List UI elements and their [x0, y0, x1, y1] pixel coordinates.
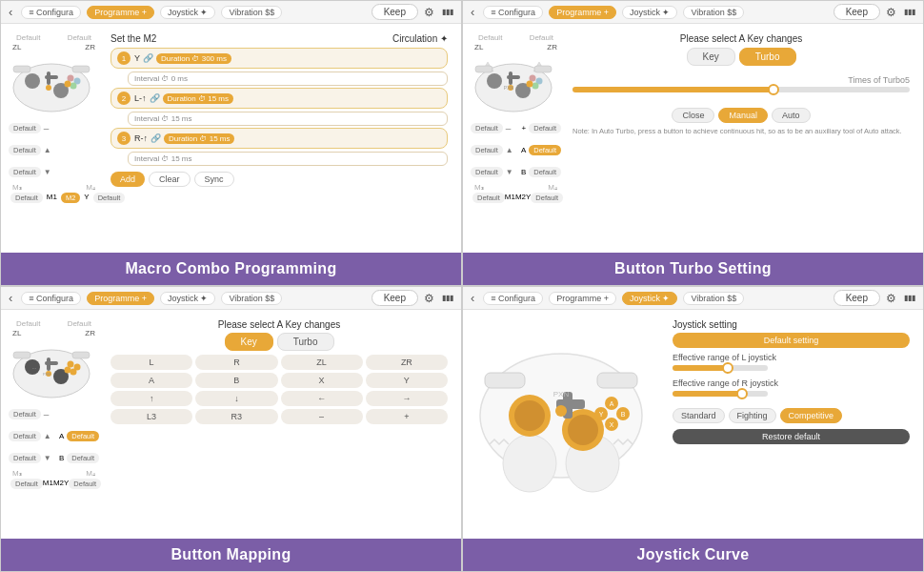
macro-item-3: 3 R-↑ 🔗 Duration ⏱ 15 ms [110, 128, 448, 149]
battery-mapping: ▮▮▮ [442, 294, 453, 302]
svg-point-1 [25, 73, 40, 89]
svg-point-35 [65, 367, 71, 374]
grid-btn-x[interactable]: X [281, 373, 363, 388]
grid-btn-a[interactable]: A [110, 373, 192, 388]
gear-icon-joystick[interactable]: ⚙ [886, 292, 896, 305]
r-joystick-slider[interactable] [673, 391, 768, 397]
macro-detail-1: Y 🔗 Duration ⏱ 300 ms [134, 53, 231, 64]
auto-mode-btn[interactable]: Auto [772, 108, 811, 123]
gear-icon-mapping[interactable]: ⚙ [424, 292, 434, 305]
r-slider-thumb[interactable] [736, 388, 748, 399]
tab-configura-turbo[interactable]: ≡ Configura [483, 6, 543, 19]
key-btn[interactable]: Key [687, 48, 735, 66]
svg-point-5 [68, 75, 74, 82]
back-btn-joystick[interactable]: ‹ [471, 291, 474, 305]
topbar-joystick: ‹ ≡ Configura Programme + Joystick ✦ Vib… [463, 287, 923, 310]
sync-btn[interactable]: Sync [194, 172, 234, 187]
fighting-btn[interactable]: Fighting [729, 408, 776, 423]
tab-programme-turbo[interactable]: Programme + [549, 6, 616, 19]
l-slider-thumb[interactable] [722, 362, 733, 374]
svg-rect-31 [47, 358, 50, 371]
grid-btn-l3[interactable]: L3 [110, 409, 192, 424]
grid-btn-minus[interactable]: – [281, 409, 363, 424]
restore-default-btn[interactable]: Restore default [673, 429, 910, 444]
turbo-btn[interactable]: Turbo [739, 48, 796, 66]
tab-programme-mapping[interactable]: Programme + [87, 292, 154, 305]
gear-icon-macro[interactable]: ⚙ [424, 6, 434, 19]
grid-btn-r[interactable]: R [195, 355, 277, 370]
gear-icon-turbo[interactable]: ⚙ [886, 6, 896, 19]
keep-btn-joystick[interactable]: Keep [834, 290, 880, 306]
competitive-btn[interactable]: Competitive [780, 408, 843, 423]
tab-configura-mapping[interactable]: ≡ Configura [21, 292, 81, 305]
cell-content-turbo: Default Default ZL ZR [463, 24, 923, 253]
cell-turbo: ‹ ≡ Configura Programme + Joystick ✦ Vib… [462, 0, 924, 286]
manual-mode-btn[interactable]: Manual [718, 108, 768, 123]
svg-rect-4 [47, 72, 50, 85]
grid-btn-b[interactable]: B [195, 373, 277, 388]
cell-joystick: ‹ ≡ Configura Programme + Joystick ✦ Vib… [462, 286, 924, 572]
interval-row-2: Interval ⏱ 15 ms [128, 112, 448, 126]
grid-btn-down[interactable]: ↓ [195, 391, 277, 406]
svg-rect-45 [597, 373, 637, 388]
close-mode-btn[interactable]: Close [672, 108, 714, 123]
tab-vibration-turbo[interactable]: Vibration $$ [683, 6, 744, 19]
grid-btn-y[interactable]: Y [366, 373, 448, 388]
svg-rect-44 [485, 373, 525, 388]
mapping-key-turbo: Key Turbo [110, 333, 448, 351]
tab-configura-joystick[interactable]: ≡ Configura [483, 292, 543, 305]
l-joystick-row: Effective range of L joystick [673, 353, 910, 362]
back-btn-mapping[interactable]: ‹ [9, 291, 12, 305]
tab-programme-joystick[interactable]: Programme + [549, 292, 616, 305]
grid-btn-zl[interactable]: ZL [281, 355, 363, 370]
back-btn-turbo[interactable]: ‹ [471, 5, 474, 19]
svg-text:Y: Y [599, 411, 604, 418]
svg-point-7 [70, 83, 77, 90]
close-manual-auto: Close Manual Auto [572, 108, 910, 123]
grid-btn-l[interactable]: L [110, 355, 192, 370]
tab-joystick-turbo[interactable]: Joystick ✦ [622, 6, 678, 19]
topbar-turbo: ‹ ≡ Configura Programme + Joystick ✦ Vib… [463, 1, 923, 24]
tab-joystick-macro[interactable]: Joystick ✦ [160, 6, 216, 19]
back-btn-macro[interactable]: ‹ [9, 5, 12, 19]
tab-vibration-mapping[interactable]: Vibration $$ [221, 292, 282, 305]
grid-btn-up[interactable]: ↑ [110, 391, 192, 406]
l-joystick-slider[interactable] [673, 365, 768, 371]
tab-configura-macro[interactable]: ≡ Configura [21, 6, 81, 19]
standard-btn[interactable]: Standard [673, 408, 725, 423]
turbo-slider-area: Times of Turbo5 [572, 75, 910, 100]
slider-thumb[interactable] [768, 84, 779, 95]
tab-joystick-joystick[interactable]: Joystick ✦ [622, 292, 678, 305]
grid-btn-plus[interactable]: + [366, 409, 448, 424]
grid-btn-r3[interactable]: R3 [195, 409, 277, 424]
right-panel-macro: Set the M2 Circulation ✦ 1 Y 🔗 Duration … [105, 30, 453, 247]
tab-joystick-mapping[interactable]: Joystick ✦ [160, 292, 216, 305]
tab-vibration-macro[interactable]: Vibration $$ [221, 6, 282, 19]
keep-btn-mapping[interactable]: Keep [372, 290, 418, 306]
mapping-turbo-btn[interactable]: Turbo [277, 333, 334, 351]
slider-track[interactable] [572, 87, 910, 92]
controller-svg-macro [9, 54, 94, 116]
mapping-key-btn[interactable]: Key [225, 333, 273, 351]
m1-m2-row: Default M1 M2 Y Default [9, 193, 99, 203]
clear-btn[interactable]: Clear [149, 172, 191, 187]
cell-label-macro: Macro Combo Programming [1, 253, 461, 285]
default-setting-btn[interactable]: Default setting [673, 333, 910, 348]
tab-vibration-joystick[interactable]: Vibration $$ [683, 292, 744, 305]
macro-footer: Add Clear Sync [110, 172, 448, 187]
grid-btn-right[interactable]: → [366, 391, 448, 406]
add-btn[interactable]: Add [110, 172, 145, 187]
macro-item-2: 2 L-↑ 🔗 Duration ⏱ 15 ms [110, 88, 448, 109]
keep-btn-macro[interactable]: Keep [372, 4, 418, 20]
controller-svg-mapping: ... PXN [9, 340, 94, 402]
grid-btn-zr[interactable]: ZR [366, 355, 448, 370]
grid-btn-left[interactable]: ← [281, 391, 363, 406]
svg-text:PXN: PXN [553, 390, 570, 398]
svg-rect-18 [509, 72, 512, 85]
cell-content-joystick: A B X Y PXN Joystick setting Default set… [463, 310, 923, 539]
svg-point-47 [514, 400, 545, 431]
tab-programme-macro[interactable]: Programme + [87, 6, 154, 19]
lp-row-down: Default ▼ [9, 161, 99, 182]
svg-point-22 [527, 81, 533, 88]
keep-btn-turbo[interactable]: Keep [834, 4, 880, 20]
